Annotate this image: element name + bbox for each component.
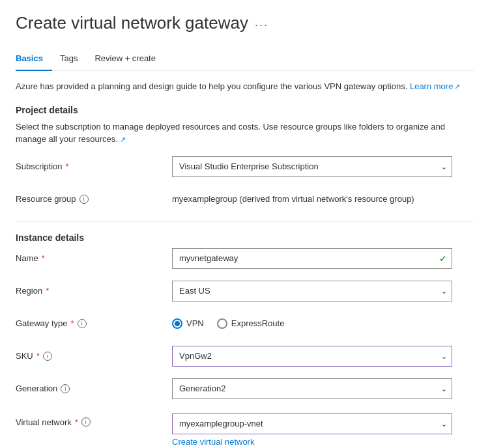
learn-more-link[interactable]: Learn more↗ xyxy=(410,81,460,91)
tab-basics[interactable]: Basics xyxy=(16,48,52,71)
project-details-link[interactable]: ↗ xyxy=(120,134,126,144)
name-row: Name * ✓ xyxy=(16,248,474,269)
resource-group-row: Resource group i myexamplegroup (derived… xyxy=(16,189,474,210)
gateway-type-vpn-option[interactable]: VPN xyxy=(172,318,204,329)
virtual-network-info-icon[interactable]: i xyxy=(81,417,91,427)
gateway-type-radio-group: VPN ExpressRoute xyxy=(172,318,452,329)
info-bar-text: Azure has provided a planning and design… xyxy=(16,81,407,91)
region-label: Region * xyxy=(16,286,172,296)
generation-label: Generation i xyxy=(16,384,172,393)
expressroute-label: ExpressRoute xyxy=(231,318,285,328)
project-details-title: Project details xyxy=(16,105,474,115)
generation-control: Generation2 ⌄ xyxy=(172,378,452,399)
vpn-radio-button[interactable] xyxy=(172,318,182,329)
virtual-network-label: Virtual network * i xyxy=(16,413,172,427)
generation-select[interactable]: Generation2 xyxy=(172,378,452,399)
sku-info-icon[interactable]: i xyxy=(43,352,52,361)
region-required-marker: * xyxy=(46,286,49,296)
subscription-control: Visual Studio Enterprise Subscription ⌄ xyxy=(172,156,452,177)
virtual-network-row: Virtual network * i myexamplegroup-vnet … xyxy=(16,411,474,447)
sku-row: SKU * i VpnGw2 ⌄ xyxy=(16,346,474,367)
name-control: ✓ xyxy=(172,248,452,269)
generation-row: Generation i Generation2 ⌄ xyxy=(16,378,474,399)
subscription-select[interactable]: Visual Studio Enterprise Subscription xyxy=(172,156,452,177)
page-title: Create virtual network gateway xyxy=(16,13,248,33)
expressroute-radio-button[interactable] xyxy=(217,318,227,329)
divider-instance xyxy=(16,221,474,222)
gateway-type-expressroute-option[interactable]: ExpressRoute xyxy=(217,318,285,329)
tab-review-create[interactable]: Review + create xyxy=(94,48,165,71)
more-options-button[interactable]: ··· xyxy=(255,18,268,32)
name-label: Name * xyxy=(16,253,172,263)
create-virtual-network-link[interactable]: Create virtual network xyxy=(172,437,452,447)
gateway-type-control: VPN ExpressRoute xyxy=(172,318,452,329)
subscription-required-marker: * xyxy=(66,161,69,171)
region-row: Region * East US ⌄ xyxy=(16,281,474,301)
region-control: East US ⌄ xyxy=(172,281,452,301)
virtual-network-required-marker: * xyxy=(75,417,78,427)
virtual-network-select[interactable]: myexamplegroup-vnet xyxy=(172,413,452,434)
name-input[interactable] xyxy=(172,248,452,269)
sku-required-marker: * xyxy=(36,351,40,361)
tab-tags[interactable]: Tags xyxy=(60,48,87,71)
tab-bar: Basics Tags Review + create xyxy=(16,48,474,71)
sku-control: VpnGw2 ⌄ xyxy=(172,346,452,367)
generation-info-icon[interactable]: i xyxy=(61,384,70,393)
sku-label: SKU * i xyxy=(16,351,172,361)
resource-group-label: Resource group i xyxy=(16,194,172,204)
region-select[interactable]: East US xyxy=(172,281,452,301)
subscription-row: Subscription * Visual Studio Enterprise … xyxy=(16,156,474,177)
vpn-label: VPN xyxy=(186,318,204,328)
instance-details-title: Instance details xyxy=(16,232,474,243)
name-check-icon: ✓ xyxy=(439,253,447,264)
virtual-network-control: myexamplegroup-vnet ⌄ Create virtual net… xyxy=(172,413,452,447)
sku-select[interactable]: VpnGw2 xyxy=(172,346,452,367)
resource-group-info-icon[interactable]: i xyxy=(79,195,89,204)
gateway-type-required-marker: * xyxy=(71,318,74,328)
resource-group-value: myexamplegroup (derived from virtual net… xyxy=(172,194,452,204)
name-required-marker: * xyxy=(42,253,45,263)
subscription-label: Subscription * xyxy=(16,161,172,171)
gateway-type-label: Gateway type * i xyxy=(16,318,172,328)
gateway-type-info-icon[interactable]: i xyxy=(78,319,87,328)
project-details-desc: Select the subscription to manage deploy… xyxy=(16,120,474,146)
info-bar: Azure has provided a planning and design… xyxy=(16,80,474,93)
gateway-type-row: Gateway type * i VPN ExpressRoute xyxy=(16,313,474,334)
